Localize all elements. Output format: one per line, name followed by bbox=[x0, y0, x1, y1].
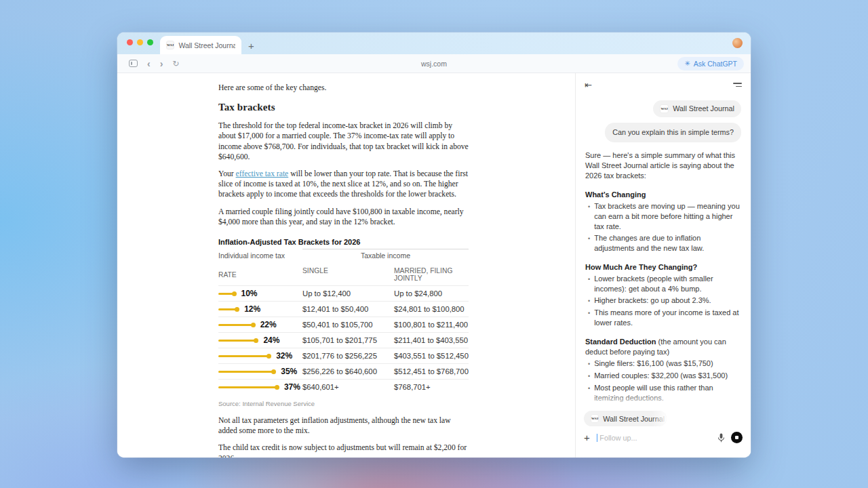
group-individual: Individual income tax bbox=[218, 251, 302, 260]
assistant-message: Sure — here's a simple summary of what t… bbox=[585, 150, 741, 410]
article-p4: Not all tax parameters get inflation adj… bbox=[218, 415, 469, 436]
single-range: $50,401 to $105,700 bbox=[302, 321, 394, 329]
tab-title: Wall Street Journal bbox=[178, 41, 235, 49]
followup-input[interactable]: Follow up... bbox=[599, 434, 717, 442]
assistant-section: What's Changing•Tax brackets are moving … bbox=[585, 190, 741, 253]
bullet-item: •This means more of your income is taxed… bbox=[585, 308, 741, 328]
composer-chip-label: Wall Street Journal bbox=[603, 415, 665, 423]
section-heading: What's Changing bbox=[585, 190, 646, 199]
tax-row: 24%$105,701 to $201,775$211,401 to $403,… bbox=[218, 332, 469, 348]
tab-strip: WSJ Wall Street Journal + bbox=[117, 33, 751, 54]
bullet-item: •Higher brackets: go up about 2.3%. bbox=[585, 296, 741, 306]
context-chip-label: Wall Street Journal bbox=[673, 104, 734, 114]
married-range: $24,801 to $100,800 bbox=[394, 305, 469, 313]
married-range: $768,701+ bbox=[394, 383, 469, 391]
rate-label: 10% bbox=[241, 289, 258, 298]
panel-menu-icon[interactable] bbox=[733, 83, 742, 87]
rate-bar bbox=[218, 308, 237, 310]
married-range: Up to $24,800 bbox=[394, 289, 469, 298]
article-p5: The child tax credit is now subject to a… bbox=[218, 443, 469, 458]
ask-chatgpt-label: Ask ChatGPT bbox=[694, 60, 737, 68]
table-title: Inflation-Adjusted Tax Brackets for 2026 bbox=[218, 238, 469, 246]
sidebar-icon bbox=[129, 60, 138, 67]
article-page: Here are some of the key changes. Tax br… bbox=[117, 73, 575, 458]
openai-icon: ✳ bbox=[684, 60, 690, 67]
rate-bar bbox=[218, 324, 254, 326]
table-source: Source: Internal Revenue Service bbox=[218, 400, 469, 407]
zoom-window-button[interactable] bbox=[147, 39, 153, 45]
rate-bar bbox=[218, 355, 269, 357]
rate-label: 12% bbox=[244, 304, 260, 314]
article-p1: The threshold for the top federal income… bbox=[218, 121, 469, 162]
browser-tab[interactable]: WSJ Wall Street Journal bbox=[160, 36, 241, 54]
article-p3: A married couple filing jointly could ha… bbox=[218, 207, 469, 227]
single-range: $640,601+ bbox=[302, 383, 394, 391]
single-range: $256,226 to $640,600 bbox=[302, 367, 394, 375]
rate-label: 37% bbox=[284, 382, 300, 392]
rate-bar bbox=[218, 386, 277, 388]
wsj-favicon: WSJ bbox=[166, 41, 174, 49]
minimize-window-button[interactable] bbox=[137, 39, 143, 45]
browser-window: WSJ Wall Street Journal + ‹ › ↻ wsj.com … bbox=[117, 33, 751, 458]
bullet-item: •Single filers: $16,100 (was $15,750) bbox=[585, 359, 741, 369]
assistant-section: How Much Are They Changing?•Lower bracke… bbox=[585, 262, 741, 328]
married-range: $211,401 to $403,550 bbox=[394, 336, 469, 344]
user-message: Can you explain this in simple terms? bbox=[605, 123, 741, 142]
back-button[interactable]: ‹ bbox=[147, 59, 151, 68]
profile-avatar[interactable] bbox=[732, 38, 743, 48]
married-range: $512,451 to $768,700 bbox=[394, 367, 469, 375]
rate-bar bbox=[218, 371, 274, 373]
ask-chatgpt-button[interactable]: ✳ Ask ChatGPT bbox=[677, 57, 744, 70]
rate-bar bbox=[218, 340, 256, 342]
rate-label: 24% bbox=[263, 336, 279, 345]
single-range: $12,401 to $50,400 bbox=[302, 305, 394, 313]
wsj-composer-favicon: WSJ bbox=[591, 414, 599, 423]
wsj-chip-favicon: WSJ bbox=[660, 104, 669, 113]
heading-tax-brackets: Tax brackets bbox=[218, 102, 469, 113]
collapse-panel-icon[interactable]: ⇤ bbox=[585, 80, 592, 90]
section-heading: How Much Are They Changing? bbox=[585, 263, 697, 271]
dictation-mic-icon[interactable] bbox=[717, 433, 725, 443]
assistant-intro: Sure — here's a simple summary of what t… bbox=[585, 150, 741, 181]
rate-label: 32% bbox=[276, 351, 292, 361]
reload-button[interactable]: ↻ bbox=[172, 60, 179, 68]
group-taxable-income: Taxable income bbox=[302, 249, 469, 260]
address-bar[interactable]: wsj.com bbox=[117, 60, 751, 68]
composer: WSJ Wall Street Journal + Follow up... bbox=[576, 410, 751, 458]
tax-row: 22%$50,401 to $105,700$100,801 to $211,4… bbox=[218, 317, 469, 332]
new-tab-button[interactable]: + bbox=[248, 41, 254, 51]
effective-tax-rate-link[interactable]: effective tax rate bbox=[236, 169, 289, 178]
tax-row: 10%Up to $12,400Up to $24,800 bbox=[218, 285, 469, 301]
bullet-item: •Tax brackets are moving up — meaning yo… bbox=[585, 201, 741, 232]
stop-voice-button[interactable] bbox=[731, 432, 743, 443]
chat-header: ⇤ bbox=[576, 73, 751, 96]
text-cursor bbox=[597, 434, 598, 442]
single-range: Up to $12,400 bbox=[302, 289, 394, 298]
bullet-item: •Lower brackets (people with smaller inc… bbox=[585, 274, 741, 294]
single-range: $105,701 to $201,775 bbox=[302, 336, 394, 344]
col-single: SINGLE bbox=[302, 267, 394, 282]
chatgpt-panel: ⇤ WSJ Wall Street Journal Can you explai… bbox=[575, 73, 751, 458]
close-window-button[interactable] bbox=[127, 39, 133, 45]
table-column-headers: RATE SINGLE MARRIED, FILING JOINTLY bbox=[218, 264, 469, 285]
bullet-item: •Most people will use this rather than i… bbox=[585, 383, 741, 403]
section-heading: Standard Deduction bbox=[585, 338, 656, 346]
col-rate: RATE bbox=[218, 267, 302, 282]
bullet-item: •Married couples: $32,200 (was $31,500) bbox=[585, 371, 741, 382]
chat-messages: WSJ Wall Street Journal Can you explain … bbox=[576, 96, 751, 410]
rate-bar bbox=[218, 293, 235, 295]
attach-button[interactable]: + bbox=[584, 432, 590, 443]
sidebar-toggle-button[interactable] bbox=[129, 60, 138, 67]
tax-row: 32%$201,776 to $256,225$403,551 to $512,… bbox=[218, 348, 469, 363]
forward-button[interactable]: › bbox=[160, 59, 163, 68]
table-group-headers: Individual income tax Taxable income bbox=[218, 251, 469, 264]
married-range: $100,801 to $211,400 bbox=[394, 321, 469, 329]
assistant-section: Standard Deduction (the amount you can d… bbox=[585, 337, 741, 403]
col-married: MARRIED, FILING JOINTLY bbox=[394, 267, 469, 282]
composer-context-chip[interactable]: WSJ Wall Street Journal bbox=[584, 411, 667, 426]
bullet-item: •The changes are due to inflation adjust… bbox=[585, 233, 741, 253]
single-range: $201,776 to $256,225 bbox=[302, 352, 394, 360]
stop-icon bbox=[735, 436, 739, 440]
context-chip[interactable]: WSJ Wall Street Journal bbox=[653, 100, 741, 117]
traffic-lights bbox=[127, 39, 153, 45]
